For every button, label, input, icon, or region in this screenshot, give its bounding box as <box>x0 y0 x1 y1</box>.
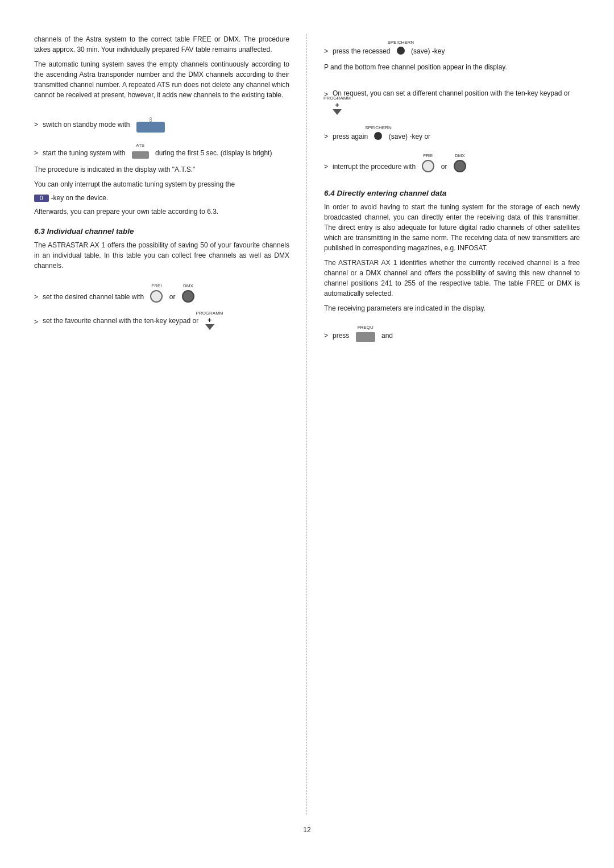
ats-btn-wrap: ATS <box>132 150 149 160</box>
section-64-desc1: In order to avoid having to start the tu… <box>324 202 580 253</box>
or-text-1: or <box>169 292 176 302</box>
step-standby: > switch on standby mode with ○ <box>34 107 289 133</box>
page: channels of the Astra system to the corr… <box>0 0 614 868</box>
section-64-desc2: The ASTRASTAR AX 1 identifies whether th… <box>324 258 580 299</box>
step-press-freq-content: press FREQU and <box>333 329 393 342</box>
afterwards-text: Afterwards, you can prepare your own tab… <box>34 206 289 217</box>
dmx-label: DMX <box>183 283 193 290</box>
speichern-btn-wrap: SPEICHERN <box>397 47 405 57</box>
save-key-text: (save) -key <box>411 46 445 56</box>
arrow-icon-2: > <box>34 148 38 158</box>
frei-btn-wrap-r: FREI <box>422 160 434 175</box>
freq-button[interactable] <box>356 332 375 342</box>
programm-label: PROGRAMM <box>196 310 223 317</box>
zero-button[interactable]: 0 <box>34 195 49 202</box>
dmx-button-r[interactable] <box>454 160 466 172</box>
on-request-text: On request, you can set a different chan… <box>333 88 570 98</box>
and-text: and <box>381 330 393 341</box>
step-fav-channel: > set the favourite channel with the ten… <box>34 310 289 330</box>
step-press-again-content: press again SPEICHERN (save) -key or <box>333 130 430 143</box>
arrow-icon-4: > <box>34 317 38 327</box>
step-set-channel: > set the desired channel table with FRE… <box>34 278 289 305</box>
fav-text: set the favourite channel with the ten-k… <box>43 316 198 326</box>
interrupt-text-r: interrupt the procedure with <box>333 162 416 172</box>
frei-button-r[interactable] <box>422 160 434 172</box>
step-press-save: > press the recessed SPEICHERN (save) -k… <box>324 34 580 57</box>
press-again-text: press again <box>333 131 368 142</box>
programm-label-r: PROGRAMM <box>323 95 351 102</box>
step-interrupt-content: interrupt the procedure with FREI or DMX <box>333 158 466 175</box>
standby-text: switch on standby mode with <box>43 119 130 130</box>
left-column: channels of the Astra system to the corr… <box>34 34 307 815</box>
page-number-text: 12 <box>303 826 310 834</box>
intro-para-1: channels of the Astra system to the corr… <box>34 34 289 55</box>
step-press-save-content: press the recessed SPEICHERN (save) -key <box>333 44 445 57</box>
plus-programm-btn-r[interactable]: + <box>333 102 342 115</box>
press-recessed-text: press the recessed <box>333 46 390 56</box>
speichern-btn-wrap-2: SPEICHERN <box>374 132 382 143</box>
arrow-icon-3: > <box>34 292 38 302</box>
p-and-bottom-text: P and the bottom free channel position a… <box>324 62 580 72</box>
dmx-btn-wrap: DMX <box>182 290 194 305</box>
standby-btn-wrap: ○ <box>136 122 165 133</box>
speichern-dot-btn[interactable] <box>397 47 405 55</box>
frei-button[interactable] <box>150 290 163 303</box>
speichern-label: SPEICHERN <box>387 39 414 46</box>
interrupt-text-span: You can only interrupt the automatic tun… <box>34 180 235 188</box>
set-channel-text: set the desired channel table with <box>43 292 144 302</box>
arrow-icon-r4: > <box>324 162 328 172</box>
arrow-icon: > <box>34 119 38 130</box>
step-standby-content: switch on standby mode with ○ <box>43 116 165 133</box>
frei-label-r: FREI <box>423 152 433 159</box>
freq-btn-wrap: FREQU <box>356 332 375 342</box>
or-text-r: or <box>441 162 447 172</box>
step-ats: > start the tuning system with ATS durin… <box>34 137 289 160</box>
dmx-btn-wrap-r: DMX <box>454 160 466 175</box>
arrow-icon-r1: > <box>324 46 328 56</box>
section-63: 6.3 Individual channel table The ASTRAST… <box>34 227 289 330</box>
ats-suffix: during the first 5 sec. (display is brig… <box>155 148 272 158</box>
arrow-icon-r3: > <box>324 131 328 142</box>
frequ-label: FREQU <box>358 324 374 331</box>
columns: channels of the Astra system to the corr… <box>34 34 580 815</box>
step-ats-content: start the tuning system with ATS during … <box>43 146 272 160</box>
speichern-dot-btn-2[interactable] <box>374 132 382 140</box>
save-key-or-text: (save) -key or <box>389 131 430 142</box>
arrow-icon-r5: > <box>324 330 328 341</box>
section-64-title: 6.4 Directly entering channel data <box>324 189 580 197</box>
zero-key-wrap: 0 -key on the device. <box>34 194 289 202</box>
speichern-label-2: SPEICHERN <box>365 125 392 131</box>
step-on-request-content: On request, you can set a different chan… <box>333 88 580 115</box>
plus-programm-btn[interactable]: + <box>205 317 214 330</box>
intro-para-2: The automatic tuning system saves the em… <box>34 59 289 100</box>
section-64-desc3: The receiving parameters are indicated i… <box>324 303 580 313</box>
ats-button[interactable] <box>132 151 149 159</box>
section-63-desc: The ASTRASTAR AX 1 offers the possibilit… <box>34 240 289 271</box>
procedure-text: The procedure is indicated in the displa… <box>34 164 289 175</box>
interrupt-text: You can only interrupt the automatic tun… <box>34 179 289 189</box>
press-text: press <box>333 330 349 341</box>
step-on-request: > On request, you can set a different ch… <box>324 79 580 115</box>
step-press-again: > press again SPEICHERN (save) -key or <box>324 119 580 143</box>
programm-btn-wrap: PROGRAMM + <box>205 317 214 330</box>
plus-sign-r: + <box>335 102 339 109</box>
frei-label: FREI <box>151 283 161 290</box>
step-fav-content: set the favourite channel with the ten-k… <box>43 316 214 330</box>
dmx-label-r: DMX <box>455 152 465 159</box>
standby-button[interactable] <box>136 122 165 133</box>
plus-sign: + <box>208 317 211 324</box>
down-arrow-shape-r <box>333 109 342 115</box>
dmx-button[interactable] <box>182 290 194 303</box>
step-set-channel-content: set the desired channel table with FREI … <box>43 288 194 305</box>
step-interrupt: > interrupt the procedure with FREI or D… <box>324 147 580 175</box>
down-arrow-shape <box>205 324 214 330</box>
key-on-device-text: -key on the device. <box>51 194 109 202</box>
frei-btn-wrap: FREI <box>150 290 163 305</box>
section-63-title: 6.3 Individual channel table <box>34 227 289 235</box>
step-press-freq: > press FREQU and <box>324 320 580 342</box>
section-64: 6.4 Directly entering channel data In or… <box>324 189 580 342</box>
ats-label: ATS <box>136 142 144 149</box>
page-number: 12 <box>34 826 580 834</box>
ats-text: start the tuning system with <box>43 148 125 158</box>
programm-btn-wrap-r: PROGRAMM + <box>333 102 342 115</box>
